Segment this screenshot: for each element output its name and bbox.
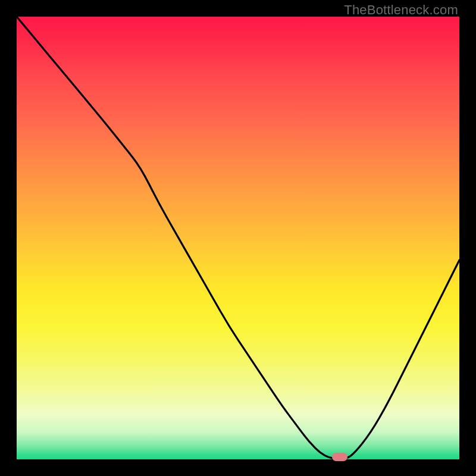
- curve-svg: [17, 17, 459, 459]
- bottleneck-curve-path: [17, 17, 459, 459]
- watermark-text: TheBottleneck.com: [344, 2, 458, 18]
- plot-area: [17, 17, 459, 459]
- optimum-marker: [332, 453, 347, 461]
- chart-frame: TheBottleneck.com: [0, 0, 476, 476]
